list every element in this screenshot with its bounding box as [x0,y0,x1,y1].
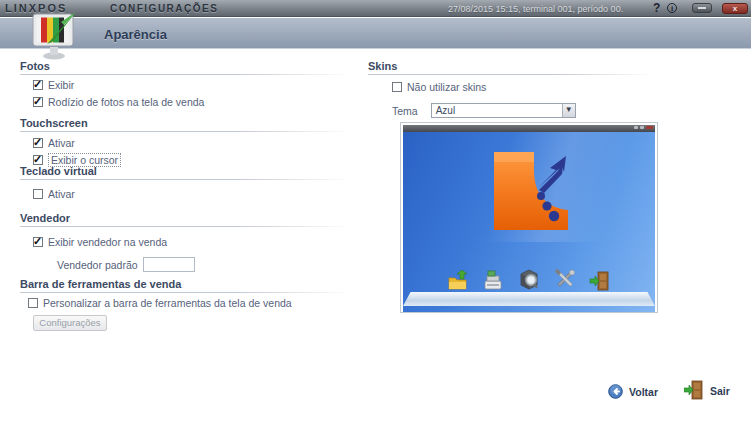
window-title: Configurações [110,3,218,14]
field-label: Vendedor padrão [57,259,138,271]
checkbox-label: Ativar [48,137,75,149]
preview-dock [447,268,611,292]
tools-icon [553,268,577,292]
tema-select[interactable]: Azul ▼ [431,103,576,118]
section-vendedor: Vendedor Exibir vendedor na venda Vended… [20,212,352,272]
section-title: Teclado virtual [20,165,352,177]
checkbox[interactable] [392,82,402,92]
section-title: Fotos [20,60,352,72]
checkbox-row-personalizar[interactable]: Personalizar a barra de ferramentas da t… [28,297,352,309]
theme-preview [400,122,658,313]
section-title: Skins [368,60,655,72]
voltar-label: Voltar [629,386,658,398]
divider [20,131,352,132]
linxpos-window: LINXPOS Configurações 27/08/2015 15:15, … [0,0,751,422]
divider [368,74,655,75]
cash-register-icon [481,268,505,292]
preview-titlebar-icons [634,126,653,129]
checkbox[interactable] [33,80,43,90]
chevron-down-icon[interactable]: ▼ [562,104,575,117]
checkbox[interactable] [28,298,38,308]
tema-label: Tema [392,105,418,117]
divider [20,292,352,293]
linxpos-brand-logo [486,148,572,234]
section-touchscreen: Touchscreen Ativar Exibir o cursor [20,117,352,167]
checkbox-row-rodizio[interactable]: Rodízio de fotos na tela de venda [33,96,352,108]
info-icon[interactable]: i [667,3,677,13]
tema-selected-value: Azul [436,105,455,116]
checkbox-label: Não utilizar skins [407,81,486,93]
preview-help-icon [634,126,638,129]
section-title: Vendedor [20,212,352,224]
exit-door-icon [589,270,611,292]
section-title: Barra de ferramentas de venda [20,278,352,290]
sair-label: Sair [710,385,730,397]
appearance-monitor-icon [30,11,80,61]
checkbox-label: Ativar [48,188,75,200]
checkbox-label: Exibir vendedor na venda [48,236,167,248]
titlebar: LINXPOS Configurações 27/08/2015 15:15, … [0,0,751,17]
section-title: Touchscreen [20,117,352,129]
preview-dock-shelf [403,292,655,306]
checkbox-row-exibir-vendedor[interactable]: Exibir vendedor na venda [33,236,352,248]
voltar-button[interactable]: Voltar [608,384,658,399]
sair-button[interactable]: Sair [684,380,730,401]
preview-titlebar [403,125,655,132]
preview-close-icon [646,126,653,129]
checkbox-row-ativar-teclado[interactable]: Ativar [33,188,352,200]
section-teclado-virtual: Teclado virtual Ativar [20,165,352,200]
checkbox[interactable] [33,237,43,247]
checkbox[interactable] [33,138,43,148]
divider [20,74,352,75]
search-box-icon [517,268,541,292]
checkbox-label: Rodízio de fotos na tela de venda [48,96,204,108]
checkbox[interactable] [33,189,43,199]
tema-row: Tema Azul ▼ [392,103,655,118]
divider [20,226,352,227]
preview-desktop [403,132,655,312]
back-arrow-icon [608,384,623,399]
checkbox[interactable] [33,155,43,165]
checkbox-row-exibir-fotos[interactable]: Exibir [33,79,352,91]
checkbox-label: Personalizar a barra de ferramentas da t… [43,297,292,309]
page-title: Aparência [104,27,167,42]
checkbox-label: Exibir [48,79,74,91]
minimize-button[interactable] [692,3,712,13]
configuracoes-button[interactable]: Configurações [33,315,107,331]
preview-minimize-icon [640,126,644,129]
checkbox[interactable] [33,97,43,107]
section-fotos: Fotos Exibir Rodízio de fotos na tela de… [20,60,352,108]
session-status: 27/08/2015 15:15, terminal 001, período … [448,4,623,14]
checkbox-row-ativar-touch[interactable]: Ativar [33,137,352,149]
divider [20,179,352,180]
checkbox-row-nao-utilizar-skins[interactable]: Não utilizar skins [392,81,655,93]
section-skins: Skins Não utilizar skins Tema Azul ▼ [368,60,655,118]
help-icon[interactable]: ? [653,1,660,15]
import-folder-icon [447,270,469,292]
vendedor-padrao-row: Vendedor padrão [33,257,352,272]
close-button[interactable]: x [722,3,748,14]
vendedor-padrao-input[interactable] [143,257,195,272]
exit-door-icon [684,380,704,401]
section-barra-ferramentas: Barra de ferramentas de venda Personaliz… [20,278,352,331]
